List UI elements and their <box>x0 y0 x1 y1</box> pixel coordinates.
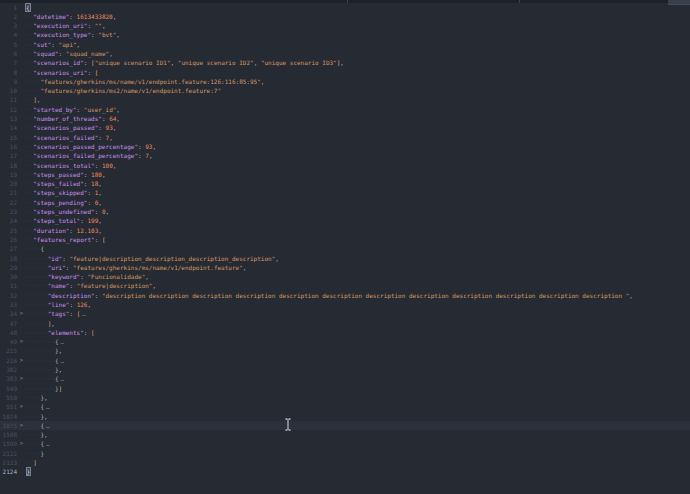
editor-content[interactable]: 1{2··"datetime":·1613433820,3··"executio… <box>0 3 690 477</box>
code-text[interactable]: ······"tags":·[… <box>26 309 690 318</box>
code-text[interactable]: ··"started_by":·"user_id", <box>26 105 690 114</box>
line-number[interactable]: 34 <box>0 309 17 318</box>
fold-ellipsis[interactable]: … <box>46 440 50 447</box>
code-text[interactable]: ··"scenarios_total":·100, <box>26 161 690 170</box>
line-number[interactable]: 9 <box>0 77 17 86</box>
line-number[interactable]: 4 <box>0 30 17 39</box>
line-number[interactable]: 49 <box>0 337 17 346</box>
fold-ellipsis[interactable]: … <box>46 403 50 410</box>
code-line-1074[interactable]: 1074····}, <box>0 412 690 421</box>
code-line-1075[interactable]: 1075>····{… <box>0 421 690 430</box>
code-line-15[interactable]: 15··"scenarios_failed":·7, <box>0 133 690 142</box>
code-line-2[interactable]: 2··"datetime":·1613433820, <box>0 12 690 21</box>
code-line-33[interactable]: 33······"line":·126, <box>0 300 690 309</box>
code-line-24[interactable]: 24··"steps_total":·199, <box>0 216 690 225</box>
line-number[interactable]: 25 <box>0 226 17 235</box>
code-text[interactable]: ····} <box>26 449 690 458</box>
code-text[interactable]: ········}] <box>26 384 690 393</box>
code-line-5[interactable]: 5··"sut":·"api", <box>0 40 690 49</box>
line-number[interactable]: 28 <box>0 254 17 263</box>
line-number[interactable]: 1599 <box>0 439 17 448</box>
code-text[interactable]: ··"scenarios_id":·["unique scenario ID1"… <box>26 58 690 67</box>
code-line-4[interactable]: 4··"execution_type":·"bvt", <box>0 30 690 39</box>
line-number[interactable]: 1075 <box>0 421 17 430</box>
code-line-28[interactable]: 28······"id":·"feature|description_descr… <box>0 254 690 263</box>
code-line-31[interactable]: 31······"name":·"feature|description", <box>0 281 690 290</box>
line-number[interactable]: 27 <box>0 244 17 253</box>
code-text[interactable]: ··"duration":·12.103, <box>26 226 690 235</box>
code-text[interactable]: ··"scenarios_passed":·93, <box>26 123 690 132</box>
code-text[interactable]: ····{ <box>26 244 690 253</box>
code-line-20[interactable]: 20··"steps_failed":·18, <box>0 179 690 188</box>
line-number[interactable]: 24 <box>0 216 17 225</box>
code-text[interactable]: ··"scenarios_failed":·7, <box>26 133 690 142</box>
line-number[interactable]: 30 <box>0 272 17 281</box>
line-number[interactable]: 1 <box>0 3 17 12</box>
fold-chevron-icon[interactable]: > <box>17 374 26 383</box>
line-number[interactable]: 15 <box>0 133 17 142</box>
line-number[interactable]: 20 <box>0 179 17 188</box>
code-line-21[interactable]: 21··"steps_skipped":·1, <box>0 188 690 197</box>
line-number[interactable]: 5 <box>0 40 17 49</box>
line-number[interactable]: 17 <box>0 151 17 160</box>
line-number[interactable]: 6 <box>0 49 17 58</box>
line-number[interactable]: 2124 <box>0 467 17 476</box>
line-number[interactable]: 216 <box>0 356 17 365</box>
code-text[interactable]: ··"number_of_threads":·64, <box>26 114 690 123</box>
code-text[interactable]: ····"features/gherkins/ms2/name/v1/endpo… <box>26 86 690 95</box>
code-line-19[interactable]: 19··"steps_passed":·180, <box>0 170 690 179</box>
line-number[interactable]: 382 <box>0 365 17 374</box>
line-number[interactable]: 32 <box>0 291 17 300</box>
line-number[interactable]: 23 <box>0 207 17 216</box>
code-text[interactable]: { <box>26 3 690 12</box>
line-number[interactable]: 2 <box>0 12 17 21</box>
fold-ellipsis[interactable]: … <box>82 310 86 317</box>
code-text[interactable]: ····}, <box>26 393 690 402</box>
code-text[interactable]: ··] <box>26 458 690 467</box>
code-text[interactable]: ········{… <box>26 374 690 383</box>
line-number[interactable]: 18 <box>0 161 17 170</box>
code-line-3[interactable]: 3··"execution_uri":·"", <box>0 21 690 30</box>
line-number[interactable]: 1074 <box>0 412 17 421</box>
code-text[interactable]: ········{… <box>26 337 690 346</box>
line-number[interactable]: 3 <box>0 21 17 30</box>
fold-chevron-icon[interactable]: > <box>17 439 26 448</box>
code-text[interactable]: ··"scenarios_failed_percentage":·7, <box>26 151 690 160</box>
code-line-25[interactable]: 25··"duration":·12.103, <box>0 226 690 235</box>
code-line-29[interactable]: 29······"uri":·"features/gherkins/ms/nam… <box>0 263 690 272</box>
fold-ellipsis[interactable]: … <box>61 375 65 382</box>
line-number[interactable]: 1598 <box>0 430 17 439</box>
line-number[interactable]: 215 <box>0 346 17 355</box>
code-line-17[interactable]: 17··"scenarios_failed_percentage":·7, <box>0 151 690 160</box>
code-text[interactable]: ······"uri":·"features/gherkins/ms/name/… <box>26 263 690 272</box>
code-text[interactable]: ··"steps_passed":·180, <box>26 170 690 179</box>
line-number[interactable]: 7 <box>0 58 17 67</box>
code-line-26[interactable]: 26··"features_report":·[ <box>0 235 690 244</box>
code-text[interactable]: ··"steps_failed":·18, <box>26 179 690 188</box>
code-line-549[interactable]: 549········}] <box>0 384 690 393</box>
code-text[interactable]: ··"datetime":·1613433820, <box>26 12 690 21</box>
code-text[interactable]: ······], <box>26 319 690 328</box>
code-text[interactable]: ······"line":·126, <box>26 300 690 309</box>
code-line-34[interactable]: 34>······"tags":·[… <box>0 309 690 318</box>
code-text[interactable]: ······"keyword":·"Funcionalidade", <box>26 272 690 281</box>
code-text[interactable]: } <box>26 467 690 476</box>
code-line-382[interactable]: 382········}, <box>0 365 690 374</box>
line-number[interactable]: 383 <box>0 374 17 383</box>
code-line-32[interactable]: 32······"description":·"description desc… <box>0 291 690 300</box>
code-line-2123[interactable]: 2123··] <box>0 458 690 467</box>
code-text[interactable]: ··"execution_uri":·"", <box>26 21 690 30</box>
code-text[interactable]: ····{… <box>26 439 690 448</box>
line-number[interactable]: 2122 <box>0 449 17 458</box>
code-line-383[interactable]: 383>········{… <box>0 374 690 383</box>
line-number[interactable]: 16 <box>0 142 17 151</box>
code-line-10[interactable]: 10····"features/gherkins/ms2/name/v1/end… <box>0 86 690 95</box>
fold-ellipsis[interactable]: … <box>46 422 50 429</box>
code-line-18[interactable]: 18··"scenarios_total":·100, <box>0 161 690 170</box>
line-number[interactable]: 550 <box>0 393 17 402</box>
code-text[interactable]: ··], <box>26 95 690 104</box>
line-number[interactable]: 48 <box>0 328 17 337</box>
code-line-1599[interactable]: 1599>····{… <box>0 439 690 448</box>
line-number[interactable]: 10 <box>0 86 17 95</box>
code-line-14[interactable]: 14··"scenarios_passed":·93, <box>0 123 690 132</box>
